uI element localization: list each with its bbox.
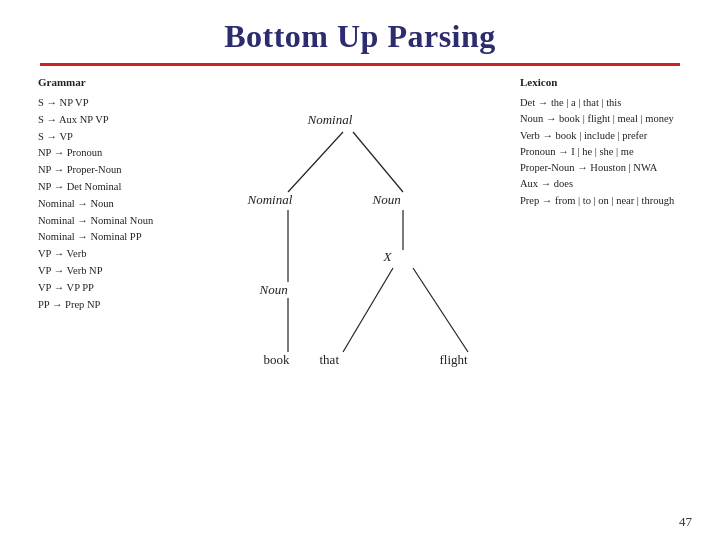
- red-divider: [40, 63, 680, 66]
- node-noun1: Noun: [373, 192, 401, 208]
- svg-line-0: [288, 132, 343, 192]
- rule-1: S → NP VP: [38, 95, 185, 112]
- grammar-label: Grammar: [38, 74, 185, 91]
- lex-prep: Prep → from | to | on | near | through: [520, 193, 710, 209]
- rule-12: VP → VP PP: [38, 280, 185, 297]
- rule-6: NP → Det Nominal: [38, 179, 185, 196]
- lex-det: Det → the | a | that | this: [520, 95, 710, 111]
- leaf-flight: flight: [440, 352, 468, 368]
- lex-pronoun: Pronoun → I | he | she | me: [520, 144, 710, 160]
- rule-8: Nominal → Nominal Noun: [38, 213, 185, 230]
- page-number: 47: [679, 514, 692, 530]
- svg-line-5: [343, 268, 393, 352]
- node-noun2: Noun: [260, 282, 288, 298]
- rule-10: VP → Verb: [38, 246, 185, 263]
- rule-4: NP → Pronoun: [38, 145, 185, 162]
- grammar-rules: S → NP VP S → Aux NP VP S → VP NP → Pron…: [38, 95, 185, 313]
- lex-noun: Noun → book | flight | meal | money: [520, 111, 710, 127]
- node-nominal1: Nominal: [308, 112, 353, 128]
- lex-verb: Verb → book | include | prefer: [520, 128, 710, 144]
- lexicon-entries: Det → the | a | that | this Noun → book …: [520, 95, 710, 209]
- grammar-panel: Grammar S → NP VP S → Aux NP VP S → VP N…: [0, 74, 185, 534]
- leaf-book: book: [264, 352, 290, 368]
- lexicon-panel: Lexicon Det → the | a | that | this Noun…: [510, 74, 720, 534]
- svg-line-1: [353, 132, 403, 192]
- node-x: X: [384, 249, 392, 265]
- tree-lines-svg: [188, 84, 508, 464]
- rule-9: Nominal → Nominal PP: [38, 229, 185, 246]
- lex-aux: Aux → does: [520, 176, 710, 192]
- rule-5: NP → Proper-Noun: [38, 162, 185, 179]
- lexicon-label: Lexicon: [520, 74, 710, 91]
- rule-2: S → Aux NP VP: [38, 112, 185, 129]
- page-title: Bottom Up Parsing: [0, 0, 720, 63]
- rule-3: S → VP: [38, 129, 185, 146]
- leaf-that: that: [320, 352, 340, 368]
- tree-panel: Nominal Nominal Noun X Noun book that fl…: [185, 74, 510, 534]
- rule-11: VP → Verb NP: [38, 263, 185, 280]
- parse-tree: Nominal Nominal Noun X Noun book that fl…: [188, 84, 508, 464]
- rule-13: PP → Prep NP: [38, 297, 185, 314]
- svg-line-6: [413, 268, 468, 352]
- rule-7: Nominal → Noun: [38, 196, 185, 213]
- lex-proper-noun: Proper-Noun → Houston | NWA: [520, 160, 710, 176]
- node-nominal2: Nominal: [248, 192, 293, 208]
